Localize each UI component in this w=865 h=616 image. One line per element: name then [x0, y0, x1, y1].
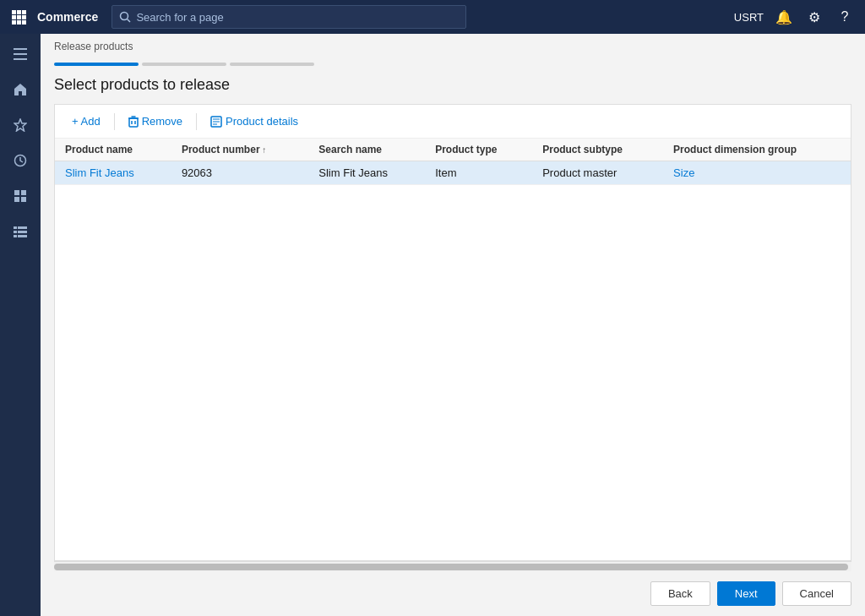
product-details-button[interactable]: Product details: [204, 112, 305, 131]
table-scroll[interactable]: Product name Product number Search name …: [55, 139, 851, 560]
toolbar: + Add Remove Product details: [55, 105, 851, 139]
svg-point-9: [121, 13, 128, 20]
action-bar: Back Next Cancel: [41, 571, 865, 616]
svg-rect-6: [12, 20, 16, 25]
breadcrumb: Release products: [41, 34, 865, 56]
svg-rect-22: [14, 231, 17, 233]
svg-rect-2: [22, 10, 26, 14]
col-search-name: Search name: [308, 139, 425, 161]
back-button[interactable]: Back: [650, 581, 710, 606]
svg-rect-21: [18, 226, 27, 229]
toolbar-sep-1: [114, 113, 115, 130]
table-cell-1: 92063: [171, 161, 308, 185]
notifications-icon[interactable]: 🔔: [770, 3, 797, 30]
table-cell-4: Product master: [532, 161, 663, 185]
svg-rect-13: [14, 58, 27, 60]
svg-rect-20: [14, 226, 17, 229]
sidebar-menu-icon[interactable]: [3, 37, 37, 71]
products-table: Product name Product number Search name …: [55, 139, 851, 185]
col-product-type: Product type: [425, 139, 532, 161]
topbar: Commerce USRT 🔔 ⚙ ?: [0, 0, 865, 34]
svg-rect-4: [17, 15, 21, 19]
help-icon[interactable]: ?: [831, 3, 858, 30]
sidebar-grid-icon[interactable]: [3, 179, 37, 213]
sidebar-list-icon[interactable]: [3, 215, 37, 248]
svg-rect-3: [12, 15, 16, 19]
settings-icon[interactable]: ⚙: [801, 3, 828, 30]
svg-rect-0: [12, 10, 16, 14]
toolbar-sep-2: [196, 113, 197, 130]
hscroll-thumb[interactable]: [54, 564, 848, 570]
col-product-subtype: Product subtype: [532, 139, 663, 161]
wizard-step-2: [142, 63, 226, 66]
svg-rect-8: [22, 20, 26, 25]
svg-rect-18: [14, 197, 19, 202]
table-cell-3: Item: [425, 161, 532, 185]
sidebar-home-icon[interactable]: [3, 73, 37, 106]
page-title: Select products to release: [41, 76, 865, 104]
apps-icon[interactable]: [7, 5, 30, 29]
svg-rect-25: [18, 235, 27, 237]
main-layout: Release products Select products to rele…: [0, 34, 865, 616]
svg-rect-5: [22, 15, 26, 19]
table-cell-5[interactable]: Size: [663, 161, 851, 185]
search-input[interactable]: [136, 11, 459, 24]
app-name: Commerce: [37, 10, 98, 24]
content-box: + Add Remove Product details Produc: [54, 104, 851, 561]
svg-rect-23: [18, 231, 27, 233]
svg-rect-11: [14, 48, 27, 50]
table-cell-0[interactable]: Slim Fit Jeans: [55, 161, 171, 185]
col-product-name: Product name: [55, 139, 171, 161]
svg-rect-24: [14, 235, 17, 237]
svg-rect-26: [129, 118, 138, 127]
content-area: Release products Select products to rele…: [41, 34, 865, 616]
add-button[interactable]: + Add: [65, 112, 107, 131]
svg-rect-1: [17, 10, 21, 14]
sidebar: [0, 34, 41, 616]
search-box[interactable]: [112, 5, 466, 29]
col-product-number[interactable]: Product number: [171, 139, 308, 161]
svg-line-10: [128, 19, 131, 23]
svg-rect-16: [14, 190, 19, 195]
svg-rect-7: [17, 20, 21, 25]
topbar-right: USRT 🔔 ⚙ ?: [734, 3, 858, 30]
next-button[interactable]: Next: [717, 581, 775, 606]
table-cell-2: Slim Fit Jeans: [308, 161, 425, 185]
col-product-dimension-group: Product dimension group: [663, 139, 851, 161]
svg-rect-12: [14, 53, 27, 55]
user-label: USRT: [734, 11, 764, 24]
sidebar-recent-icon[interactable]: [3, 144, 37, 177]
wizard-step-3: [230, 63, 314, 66]
svg-rect-19: [21, 197, 26, 202]
sidebar-favorites-icon[interactable]: [3, 108, 37, 142]
svg-marker-14: [14, 119, 26, 131]
remove-button[interactable]: Remove: [122, 112, 189, 131]
wizard-step-1: [54, 63, 139, 66]
table-header-row: Product name Product number Search name …: [55, 139, 851, 161]
table-row[interactable]: Slim Fit Jeans92063Slim Fit JeansItemPro…: [55, 161, 851, 185]
svg-rect-17: [21, 190, 26, 195]
cancel-button[interactable]: Cancel: [782, 581, 851, 606]
horizontal-scrollbar[interactable]: [54, 561, 851, 571]
wizard-steps: [41, 56, 865, 76]
